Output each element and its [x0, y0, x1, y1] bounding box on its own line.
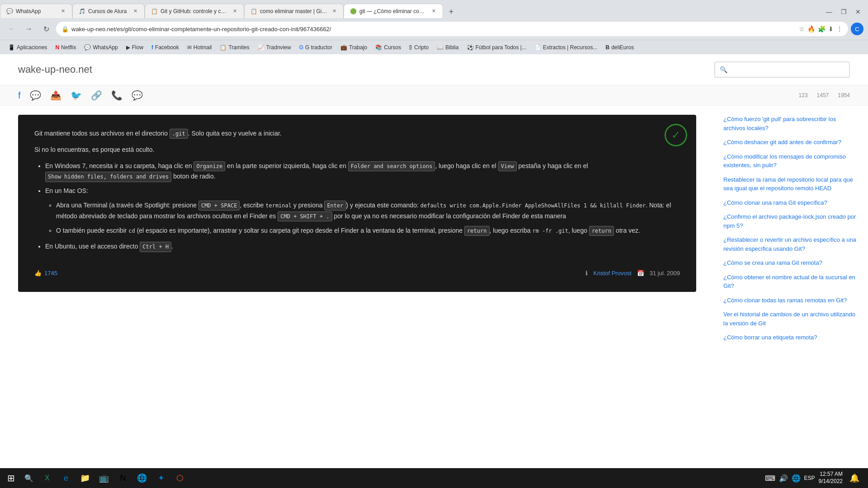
internet-explorer-icon: e: [64, 474, 68, 483]
bookmark-favicon-biblia: 📖: [437, 44, 443, 51]
restore-button[interactable]: ❐: [837, 5, 850, 18]
forward-button[interactable]: →: [22, 22, 36, 36]
social-facebook-icon[interactable]: f: [18, 90, 21, 101]
keyboard-icon[interactable]: ⌨: [765, 474, 775, 483]
bookmark-label-hotmail: Hotmail: [193, 44, 212, 51]
tray-date-display: 9/14/2022: [819, 478, 843, 485]
bookmark-trabajo[interactable]: 💼 Trabajo: [337, 43, 371, 52]
network-icon[interactable]: 🌐: [792, 474, 801, 483]
taskbar-ie-icon[interactable]: e: [57, 469, 75, 487]
bookmark-label-traductor: G traductor: [305, 44, 332, 51]
sidebar-link-5[interactable]: ¿Confirmo el archivo package-lock.json c…: [723, 212, 859, 230]
tab-git-eliminar[interactable]: 🟢 git — ¿Cómo eliminar completa... ✕: [344, 4, 443, 18]
menu-icon[interactable]: ⋮: [836, 25, 843, 33]
sidebar-link-3[interactable]: Restablecer la rama del repositorio loca…: [723, 175, 859, 193]
sidebar-link-7[interactable]: ¿Cómo se crea una rama Git remota?: [723, 258, 859, 267]
social-bar: f 💬 📤 🐦 🔗 📞 💬 123 1457 1954: [0, 85, 868, 106]
social-twitter-icon[interactable]: 🐦: [71, 90, 82, 101]
bookmark-facebook[interactable]: f Facebook: [148, 43, 183, 52]
bookmark-hotmail[interactable]: ✉ Hotmail: [184, 43, 216, 52]
tray-clock[interactable]: 12:57 AM 9/14/2022: [819, 471, 843, 485]
taskbar-vscode-icon[interactable]: ✦: [152, 469, 170, 487]
tab-close-cursos[interactable]: ✕: [132, 8, 139, 15]
answer-author[interactable]: Kristof Provost: [593, 268, 632, 278]
info-icon: ℹ: [585, 268, 588, 278]
reload-button[interactable]: ↻: [39, 22, 53, 36]
sidebar-link-0[interactable]: ¿Cómo fuerzo 'git pull' para sobrescribi…: [723, 115, 859, 132]
bookmark-biblia[interactable]: 📖 Biblia: [433, 43, 462, 52]
site-search[interactable]: 🔍: [714, 61, 850, 78]
bookmark-flow[interactable]: ▶ Flow: [123, 43, 147, 52]
sidebar-link-2[interactable]: ¿Cómo modificar los mensajes de compromi…: [723, 152, 859, 170]
star-icon[interactable]: ☆: [799, 25, 805, 33]
tab-eliminar-master[interactable]: 📋 como eliminar master | Git y Git... ✕: [244, 4, 344, 18]
bookmark-label-cripto: Cripto: [414, 44, 429, 51]
taskbar-excel-icon[interactable]: X: [38, 469, 56, 487]
taskbar-folder-icon[interactable]: 📁: [76, 469, 94, 487]
profile-button[interactable]: C: [851, 23, 863, 35]
answer-bullet-mac: En un Mac OS: Abra una Terminal (a travé…: [45, 186, 680, 236]
bookmark-delieuros[interactable]: B deliEuros: [602, 43, 637, 52]
sidebar-link-11[interactable]: ¿Cómo borrar una etiqueta remota?: [723, 333, 859, 342]
sidebar-link-8[interactable]: ¿Cómo obtener el nombre actual de la suc…: [723, 273, 859, 291]
notification-center-button[interactable]: 🔔: [846, 470, 863, 486]
tab-whatsapp[interactable]: 💬 WhatsApp ✕: [0, 4, 72, 18]
flame-icon[interactable]: 🔥: [807, 25, 815, 33]
language-indicator[interactable]: ESP: [804, 475, 815, 481]
sidebar-link-6[interactable]: ¿Restablecer o revertir un archivo espec…: [723, 235, 859, 253]
forward-icon: →: [25, 25, 33, 33]
tab-cursos[interactable]: 🎵 Cursos de Alura ✕: [72, 4, 145, 18]
bookmark-traductor[interactable]: G G traductor: [296, 43, 336, 52]
tab-close-git-eliminar[interactable]: ✕: [430, 8, 437, 15]
volume-icon[interactable]: 🔊: [779, 474, 788, 483]
taskbar-media-icon[interactable]: 📺: [95, 469, 113, 487]
bookmark-tradnview[interactable]: 📈 Tradnview: [254, 43, 295, 52]
social-link-icon[interactable]: 🔗: [91, 90, 102, 101]
taskbar-chrome-icon[interactable]: 🌐: [133, 469, 151, 487]
taskbar-git-icon[interactable]: ⬡: [171, 469, 189, 487]
sidebar-link-9[interactable]: ¿Cómo clonar todas las ramas remotas en …: [723, 296, 859, 305]
tab-close-eliminar-master[interactable]: ✕: [330, 8, 338, 15]
cmd-space-kbd: CMD + SPACE: [198, 201, 240, 211]
tab-close-git-github[interactable]: ✕: [231, 8, 238, 15]
folder-icon: 📁: [80, 473, 90, 483]
answer-bullet-windows: En Windows 7, necesita ir a su carpeta, …: [45, 161, 680, 183]
bookmark-netflix[interactable]: N Netflix: [52, 43, 80, 52]
search-input[interactable]: [731, 66, 844, 73]
notepad-icon: N: [120, 474, 126, 483]
start-button[interactable]: ⊞: [2, 469, 20, 487]
new-tab-button[interactable]: +: [445, 5, 458, 18]
bookmark-cursos[interactable]: 📚 Cursos: [372, 43, 405, 52]
social-share-icon[interactable]: 📤: [50, 90, 61, 101]
address-icons: ☆ 🔥 🧩 ⬇ ⋮: [799, 25, 843, 33]
social-chat-icon[interactable]: 💬: [132, 90, 143, 101]
organize-kbd: Organize: [193, 161, 225, 171]
taskbar-notepad-icon[interactable]: N: [114, 469, 132, 487]
bookmark-label-tradnview: Tradnview: [266, 44, 291, 51]
bookmark-whatsapp[interactable]: 💬 WhatsApp: [80, 43, 121, 52]
tab-git-github[interactable]: 📋 Git y GitHub: controle y compar... ✕: [145, 4, 244, 18]
tab-close-whatsapp[interactable]: ✕: [59, 8, 66, 15]
close-browser-button[interactable]: ✕: [852, 5, 864, 18]
social-whatsapp-icon[interactable]: 💬: [30, 90, 41, 101]
sidebar-link-1[interactable]: ¿Cómo deshacer git add antes de confirma…: [723, 138, 859, 147]
bookmark-cripto[interactable]: ₿ Cripto: [406, 43, 432, 52]
sidebar-link-4[interactable]: ¿Cómo clonar una rama Git específica?: [723, 198, 859, 207]
bookmark-futbol[interactable]: ⚽ Fútbol para Todos |...: [463, 43, 530, 52]
accepted-answer-checkmark: ✓: [665, 124, 687, 146]
sidebar-link-10[interactable]: Ver el historial de cambios de un archiv…: [723, 310, 859, 328]
browser-chrome: 💬 WhatsApp ✕ 🎵 Cursos de Alura ✕ 📋 Git y…: [0, 0, 868, 54]
download-icon[interactable]: ⬇: [828, 25, 834, 33]
address-bar[interactable]: 🔒 wake-up-neo.net/es/git/como-eliminar-c…: [56, 22, 848, 36]
social-count-3: 1954: [838, 92, 850, 99]
minimize-button[interactable]: —: [823, 5, 835, 18]
bookmark-extractos[interactable]: 📄 Extractos | Recursos...: [531, 43, 601, 52]
taskbar-search-button[interactable]: 🔍: [21, 470, 37, 486]
back-button[interactable]: ←: [5, 22, 19, 36]
social-phone-icon[interactable]: 📞: [111, 90, 123, 101]
bookmark-tramites[interactable]: 📋 Tramites: [216, 43, 253, 52]
extension-icon[interactable]: 🧩: [818, 25, 826, 33]
calendar-icon: 📅: [637, 268, 644, 278]
bookmark-aplicaciones[interactable]: 📱 Aplicaciones: [5, 43, 51, 52]
return-kbd-2: return: [589, 226, 614, 236]
